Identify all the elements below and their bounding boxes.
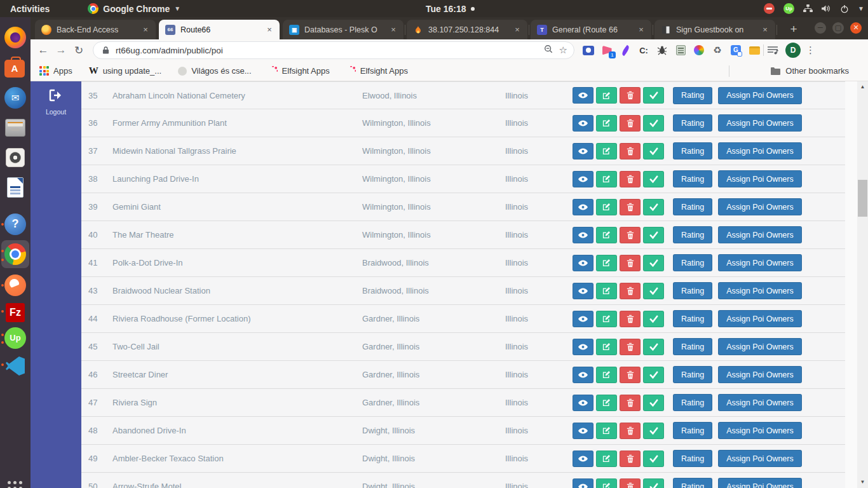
feather-extension-icon[interactable] xyxy=(619,44,632,57)
badged-extension-icon[interactable]: 1 xyxy=(600,44,613,57)
approve-button[interactable] xyxy=(643,339,664,355)
assign-poi-owners-button[interactable]: Assign Poi Owners xyxy=(718,450,802,467)
assign-poi-owners-button[interactable]: Assign Poi Owners xyxy=(718,478,802,488)
approve-button[interactable] xyxy=(643,311,664,327)
rating-button[interactable]: Rating xyxy=(673,338,712,355)
dock-chrome-icon[interactable] xyxy=(4,243,26,265)
forward-icon[interactable]: → xyxy=(52,44,70,57)
edit-button[interactable] xyxy=(596,227,617,243)
approve-button[interactable] xyxy=(643,451,664,467)
colorzilla-extension-icon[interactable]: C: xyxy=(637,44,650,57)
edit-button[interactable] xyxy=(596,115,617,132)
assign-poi-owners-button[interactable]: Assign Poi Owners xyxy=(718,142,802,159)
bookmark-star-icon[interactable]: ☆ xyxy=(559,44,567,56)
edit-button[interactable] xyxy=(596,143,617,159)
dock-upwork-icon[interactable]: Up xyxy=(4,327,26,349)
delete-button[interactable] xyxy=(620,451,641,467)
approve-button[interactable] xyxy=(643,395,664,411)
logout-button[interactable]: Logout xyxy=(31,89,81,116)
app-menu[interactable]: Google Chrome ▼ xyxy=(88,3,180,14)
approve-button[interactable] xyxy=(643,283,664,299)
view-button[interactable] xyxy=(573,115,593,132)
rating-button[interactable]: Rating xyxy=(673,394,712,411)
translate-extension-icon[interactable]: G xyxy=(729,44,742,57)
approve-button[interactable] xyxy=(643,87,664,104)
rating-button[interactable]: Rating xyxy=(673,142,712,159)
browser-menu-icon[interactable]: ⋮ xyxy=(806,44,815,56)
view-button[interactable] xyxy=(573,423,593,439)
screen-capture-extension-icon[interactable] xyxy=(582,44,595,57)
palette-extension-icon[interactable] xyxy=(693,44,705,57)
view-button[interactable] xyxy=(573,199,593,215)
tab-close-icon[interactable]: × xyxy=(264,25,275,35)
view-button[interactable] xyxy=(573,451,593,467)
assign-poi-owners-button[interactable]: Assign Poi Owners xyxy=(718,226,802,243)
edit-button[interactable] xyxy=(596,451,617,467)
zoom-icon[interactable] xyxy=(544,44,553,56)
edit-button[interactable] xyxy=(596,367,617,383)
bookmark-elfsight-2[interactable]: Elfsight Apps xyxy=(346,66,408,76)
reload-icon[interactable]: ↻ xyxy=(70,44,88,57)
new-tab-button[interactable]: + xyxy=(786,22,801,37)
delete-button[interactable] xyxy=(620,255,641,271)
dock-filezilla-icon[interactable]: Fz xyxy=(4,302,26,323)
view-button[interactable] xyxy=(573,478,593,488)
show-applications-icon[interactable] xyxy=(8,481,22,488)
edit-button[interactable] xyxy=(596,199,617,215)
dock-libreoffice-icon[interactable] xyxy=(4,177,26,198)
delete-button[interactable] xyxy=(620,171,641,187)
rating-button[interactable]: Rating xyxy=(673,282,712,299)
view-button[interactable] xyxy=(573,283,593,299)
notepad-extension-icon[interactable] xyxy=(674,44,687,57)
network-icon[interactable] xyxy=(803,4,813,13)
edit-button[interactable] xyxy=(596,171,617,187)
view-button[interactable] xyxy=(573,143,593,159)
assign-poi-owners-button[interactable]: Assign Poi Owners xyxy=(718,394,802,411)
approve-button[interactable] xyxy=(643,255,664,271)
delete-button[interactable] xyxy=(620,367,641,383)
bookmark-elfsight-1[interactable]: Elfsight Apps xyxy=(268,66,330,76)
minimize-button[interactable]: ─ xyxy=(815,22,826,34)
dock-thunderbird-icon[interactable]: ✉ xyxy=(4,87,26,109)
bug-extension-icon[interactable] xyxy=(656,44,668,57)
view-button[interactable] xyxy=(573,255,593,271)
view-button[interactable] xyxy=(573,227,593,243)
recycle-extension-icon[interactable]: ♻ xyxy=(711,44,724,57)
bookmark-apps[interactable]: Apps xyxy=(39,66,72,76)
edit-button[interactable] xyxy=(596,87,617,104)
delete-button[interactable] xyxy=(620,339,641,355)
approve-button[interactable] xyxy=(643,367,664,383)
view-button[interactable] xyxy=(573,395,593,411)
approve-button[interactable] xyxy=(643,227,664,243)
view-button[interactable] xyxy=(573,87,593,104)
dock-archive-icon[interactable] xyxy=(4,117,26,139)
view-button[interactable] xyxy=(573,367,593,383)
assign-poi-owners-button[interactable]: Assign Poi Owners xyxy=(718,310,802,327)
upwork-tray-icon[interactable]: Up xyxy=(783,3,794,14)
edit-button[interactable] xyxy=(596,395,617,411)
tray-chevron-icon[interactable]: ▼ xyxy=(858,5,864,12)
rating-button[interactable]: Rating xyxy=(673,310,712,327)
back-icon[interactable]: ← xyxy=(34,44,52,57)
delete-button[interactable] xyxy=(620,478,641,488)
power-icon[interactable] xyxy=(840,4,849,13)
do-not-disturb-icon[interactable] xyxy=(764,3,775,14)
assign-poi-owners-button[interactable]: Assign Poi Owners xyxy=(718,254,802,271)
delete-button[interactable] xyxy=(620,115,641,132)
rating-button[interactable]: Rating xyxy=(673,450,712,467)
url-text[interactable]: rt66ug.com/admin/public/poi xyxy=(116,46,538,55)
rating-button[interactable]: Rating xyxy=(673,226,712,243)
dock-help-icon[interactable]: ? xyxy=(4,214,26,235)
edit-button[interactable] xyxy=(596,255,617,271)
delete-button[interactable] xyxy=(620,143,641,159)
assign-poi-owners-button[interactable]: Assign Poi Owners xyxy=(718,338,802,355)
dock-disk-burner-icon[interactable] xyxy=(4,147,26,168)
dock-postman-icon[interactable] xyxy=(4,274,26,296)
scrollbar-thumb[interactable] xyxy=(858,180,867,217)
scroll-up-icon[interactable]: ▲ xyxy=(857,83,868,92)
tab-close-icon[interactable]: × xyxy=(760,25,770,35)
tab-close-icon[interactable]: × xyxy=(636,25,646,35)
assign-poi-owners-button[interactable]: Assign Poi Owners xyxy=(718,198,802,215)
address-bar[interactable]: rt66ug.com/admin/public/poi ☆ xyxy=(93,41,574,59)
approve-button[interactable] xyxy=(643,143,664,159)
